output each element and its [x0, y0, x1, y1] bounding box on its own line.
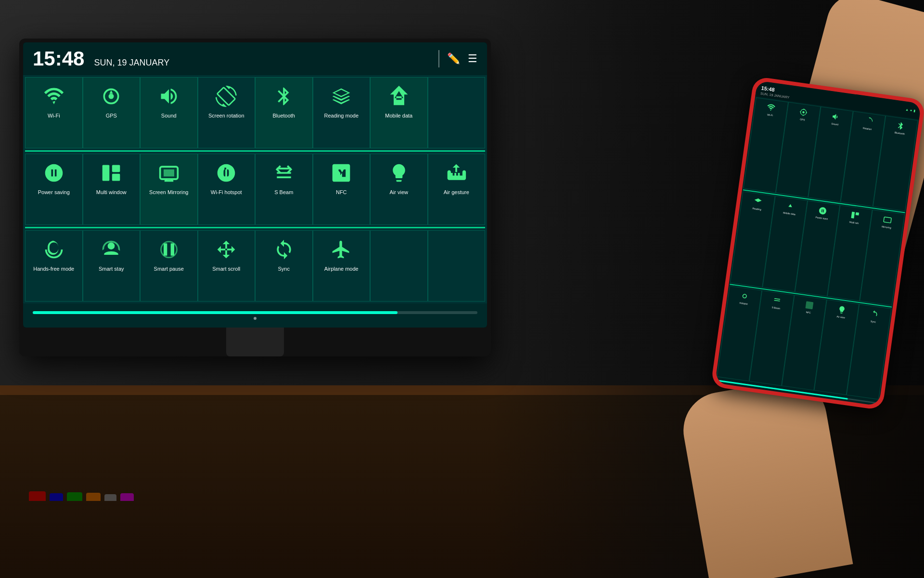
- qs-placeholder1: [428, 77, 486, 148]
- phone-nfc-icon: [803, 299, 816, 312]
- qs-bluetooth[interactable]: Bluetooth: [255, 77, 313, 148]
- qs-wifi-hotspot[interactable]: Wi-Fi hotspot: [198, 154, 256, 225]
- qs-hands-free[interactable]: Hands-free mode: [25, 230, 83, 302]
- nfc-icon: [328, 160, 354, 186]
- toy-4: [86, 493, 101, 501]
- qs-smart-scroll-label: Smart scroll: [212, 265, 240, 272]
- air-view-icon: [386, 160, 412, 186]
- qs-mobile-data[interactable]: Mobile data: [370, 77, 428, 148]
- mobile-data-icon: [386, 83, 412, 109]
- qs-smart-scroll[interactable]: Smart scroll: [198, 230, 256, 302]
- qs-sync-label: Sync: [278, 265, 290, 272]
- qs-air-view[interactable]: Air view: [370, 154, 428, 225]
- qs-empty2: [428, 230, 486, 302]
- qs-airplane-mode[interactable]: Airplane mode: [313, 230, 371, 302]
- qs-screen-rotation-label: Screen rotation: [208, 112, 244, 119]
- multi-window-icon: [98, 160, 124, 186]
- qs-screen-mirroring-label: Screen Mirroring: [149, 189, 188, 196]
- tv-screen: 15:48 SUN, 19 JANUARY ✏️ ☰: [23, 42, 487, 328]
- smart-stay-icon: [98, 236, 124, 263]
- svg-rect-6: [164, 170, 174, 177]
- qs-gps-label: GPS: [106, 112, 117, 119]
- phone-wifi-icon: ▲: [905, 108, 909, 112]
- svg-point-0: [109, 94, 114, 99]
- phone-airview-label: Air view: [836, 315, 845, 319]
- tv-date: SUN, 19 JANUARY: [94, 58, 169, 68]
- toy-2: [50, 493, 63, 501]
- smart-pause-icon: [156, 236, 182, 263]
- phone-sync-label: Sync: [871, 319, 876, 323]
- phone-multiwin-icon: [848, 209, 861, 222]
- hands-free-icon: [41, 236, 67, 263]
- tv-clock: 15:48: [33, 47, 84, 70]
- qs-power-saving[interactable]: Power saving: [25, 154, 83, 225]
- qs-gps[interactable]: GPS: [83, 77, 141, 148]
- phone-mobile-icon: [784, 200, 797, 213]
- toy-6: [120, 493, 134, 501]
- qs-smart-pause-label: Smart pause: [154, 265, 184, 272]
- qs-smart-stay[interactable]: Smart stay: [83, 230, 141, 302]
- qs-screen-mirroring[interactable]: Screen Mirroring: [140, 154, 198, 225]
- sound-icon: [156, 83, 182, 109]
- svg-point-14: [743, 294, 746, 298]
- qs-multi-window[interactable]: Multi window: [83, 154, 141, 225]
- toy-1: [29, 491, 46, 501]
- qs-smart-pause[interactable]: Smart pause: [140, 230, 198, 302]
- toy-3: [67, 492, 82, 501]
- phone-mirroring-icon: [881, 213, 894, 226]
- qs-sound-label: Sound: [161, 112, 177, 119]
- phone-sync-icon: [868, 308, 881, 321]
- quick-settings-row2: Power saving Multi window Screen Mirrori…: [23, 152, 487, 227]
- qs-air-gesture[interactable]: Air gesture: [428, 154, 486, 225]
- qs-reading-mode[interactable]: Reading mode: [313, 77, 371, 148]
- qs-airplane-mode-label: Airplane mode: [324, 265, 359, 272]
- svg-rect-4: [112, 174, 120, 181]
- progress-bar-fill: [33, 311, 398, 314]
- airplane-mode-icon: [328, 236, 354, 263]
- qs-power-saving-label: Power saving: [38, 189, 70, 196]
- shelf-decorations: [29, 491, 134, 501]
- quick-settings-row1: Wi-Fi GPS Sound: [23, 75, 487, 150]
- bluetooth-icon: [271, 83, 297, 109]
- svg-rect-11: [851, 212, 855, 219]
- phone-reading-icon: [751, 196, 764, 209]
- phone-battery-icon: ▮: [913, 108, 916, 112]
- qs-sync[interactable]: Sync: [255, 230, 313, 302]
- qs-smart-stay-label: Smart stay: [99, 265, 124, 272]
- qs-reading-mode-label: Reading mode: [324, 112, 359, 119]
- list-icon[interactable]: ☰: [468, 53, 477, 65]
- toy-5: [104, 494, 116, 501]
- svg-point-9: [802, 111, 805, 114]
- svg-rect-12: [856, 212, 860, 216]
- qs-screen-rotation[interactable]: Screen rotation: [198, 77, 256, 148]
- s-beam-icon: [271, 160, 297, 186]
- tv-bezel: 15:48 SUN, 19 JANUARY ✏️ ☰: [23, 42, 487, 328]
- reading-mode-icon: [328, 83, 354, 109]
- svg-rect-2: [103, 165, 110, 181]
- qs-sound[interactable]: Sound: [140, 77, 198, 148]
- phone-clock: 15:48: [761, 85, 775, 92]
- screen-rotation-icon: [213, 83, 239, 109]
- svg-rect-3: [112, 165, 120, 172]
- edit-icon[interactable]: ✏️: [447, 53, 460, 65]
- phone-sound-icon-item: [829, 110, 842, 123]
- phone-rotation-label: Rotation: [862, 127, 872, 131]
- phone-multiwin-label: Multi win: [849, 221, 859, 225]
- phone-left-status: 15:48 SUN, 19 JANUARY: [760, 83, 791, 99]
- qs-wifi-label: Wi-Fi: [48, 112, 60, 119]
- phone-rotation-icon-item: [862, 115, 875, 128]
- phone-sbeam-label: S Beam: [771, 306, 780, 310]
- phone-right-icons: ▲ ● ▮: [905, 107, 916, 113]
- qs-wifi[interactable]: Wi-Fi: [25, 77, 83, 148]
- phone-gps-icon-item: [797, 106, 810, 119]
- qs-hands-free-label: Hands-free mode: [33, 265, 74, 272]
- phone-sbeam-icon: [770, 294, 783, 307]
- wifi-icon: [41, 83, 67, 109]
- qs-empty1: [370, 230, 428, 302]
- svg-point-8: [161, 242, 177, 258]
- qs-bluetooth-label: Bluetooth: [273, 112, 295, 119]
- phone-nfc-label: NFC: [806, 311, 811, 314]
- qs-nfc[interactable]: NFC: [313, 154, 371, 225]
- qs-s-beam[interactable]: S Beam: [255, 154, 313, 225]
- svg-point-7: [108, 242, 115, 250]
